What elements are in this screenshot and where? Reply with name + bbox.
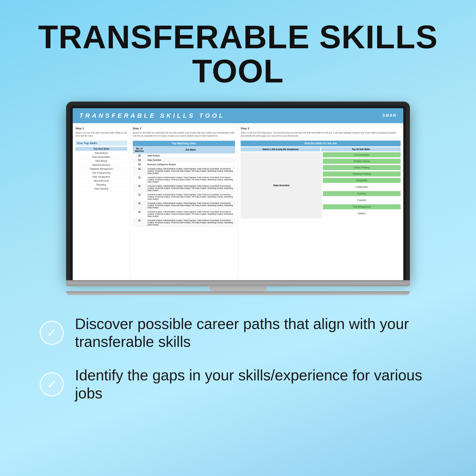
step2-label: Step 2 [133, 127, 235, 130]
table-row: 11 Actuarial Analyst, Administrative Ana… [133, 167, 235, 175]
selected-job-cell[interactable]: Data Scientist [241, 152, 322, 218]
col3-content: Data Scientist Communication Problem Sol… [241, 152, 401, 218]
screen-header-badge: SMAR [382, 113, 397, 118]
skill-row: Data Interpretation [75, 155, 127, 159]
laptop-stand [209, 286, 267, 291]
job-name-header: Job Name [146, 146, 235, 153]
step1-description: Select your top soft skills and hard ski… [75, 131, 127, 137]
col3-subheader: Select a Job (using the dropdown) Top 10… [241, 147, 401, 151]
skill-row: Data Visualization [75, 175, 127, 179]
skill-creativity: Creativity [323, 197, 401, 203]
table-row: 13 Data Scientist [133, 158, 235, 162]
bottom-section: ✓ Discover possible career paths that al… [0, 295, 476, 431]
table-row: 11 Actuarial Analyst, Administrative Ana… [133, 218, 235, 227]
table-row: 11 Actuarial Analyst, Administrative Ana… [133, 184, 235, 192]
bullet-item-2: ✓ Identify the gaps in your skills/exper… [40, 366, 436, 402]
screen-body: Step 1 Select your top soft skills and h… [73, 123, 403, 280]
no-of-matches-header: No. of Matches [133, 146, 146, 153]
skill-critical-thinking: Critical Thinking [323, 165, 401, 170]
skill-curiosity: Curiosity [323, 191, 401, 196]
top-hard-skills-header: Top Hard Skills [75, 147, 127, 151]
bullet-text-2: Identify the gaps in your skills/experie… [75, 366, 436, 402]
table-row: 11 Actuarial Analyst, Administrative Ana… [133, 210, 235, 218]
skill-adaptability: Adaptability [323, 178, 401, 183]
screen-header-title: TRANSFERABLE SKILLS TOOL [79, 112, 225, 119]
check-circle-1: ✓ [40, 321, 64, 345]
skill-row: Data Analysis [75, 151, 127, 155]
skill-row: Reporting [75, 183, 127, 187]
select-job-label: Select a Job (using the dropdown) [241, 147, 320, 151]
table-row: 12 Business Intelligence Analyst [133, 162, 235, 167]
top-10-soft-skills-label: Top 10 Soft Skills [321, 147, 401, 151]
skill-row: Data Cleaning [75, 187, 127, 191]
check-icon-1: ✓ [47, 326, 57, 340]
skill-analytical-thinking: Analytical Thinking [323, 171, 401, 176]
skill-initiative: Initiative [323, 211, 401, 216]
bullet-text-1: Discover possible career paths that alig… [75, 315, 436, 351]
table-row: 11 Actuarial Analyst, Administrative Ana… [133, 175, 235, 184]
step3-label: Step 3 [241, 127, 401, 130]
skill-row: SQL Programming [75, 171, 127, 175]
laptop-body: TRANSFERABLE SKILLS TOOL SMAR Step 1 Sel… [66, 102, 410, 280]
laptop-foot [66, 291, 410, 295]
laptop-container: TRANSFERABLE SKILLS TOOL SMAR Step 1 Sel… [66, 102, 410, 295]
skill-row: Statistical Analysis [75, 163, 127, 167]
skill-row: Data Mining [75, 159, 127, 163]
column-1-top-skills: Step 1 Select your top soft skills and h… [73, 123, 130, 280]
skill-communication: Communication [323, 152, 401, 157]
table-row: 11 Actuarial Analyst, Administrative Ana… [133, 201, 235, 210]
column-2-matching-jobs: Step 2 Based on the skills you selected,… [130, 123, 238, 280]
table-row: 20 Data Analyst [133, 153, 235, 158]
step3-description: Select a job from the drop-down. The too… [241, 131, 401, 137]
jobs-table: Top Matching Jobs No. of Matches Job Nam… [133, 141, 235, 227]
laptop-screen: TRANSFERABLE SKILLS TOOL SMAR Step 1 Sel… [73, 108, 403, 280]
find-skills-header: Find the Skills for the Job [241, 141, 401, 146]
check-icon-2: ✓ [47, 377, 57, 391]
table-row: 11 Actuarial Analyst, Administrative Ana… [133, 192, 235, 201]
step2-description: Based on the skills you selected, the to… [133, 131, 235, 137]
page-title: TRANSFERABLE SKILLS TOOL [0, 0, 476, 88]
bullet-item-1: ✓ Discover possible career paths that al… [40, 315, 436, 351]
screen-header: TRANSFERABLE SKILLS TOOL SMAR [73, 108, 403, 123]
step1-label: Step 1 [75, 127, 127, 130]
skill-row: Microsoft Excel [75, 179, 127, 183]
skill-time-management: Time Management [323, 204, 401, 209]
skill-row: Database Management [75, 167, 127, 171]
skill-collaboration: Collaboration [323, 184, 401, 190]
column-3-find-skills: Step 3 Select a job from the drop-down. … [238, 123, 403, 280]
soft-skills-list: Communication Problem Solving Critical T… [323, 152, 401, 218]
check-circle-2: ✓ [40, 372, 64, 396]
laptop-mockup: TRANSFERABLE SKILLS TOOL SMAR Step 1 Sel… [0, 102, 476, 295]
laptop-bezel: TRANSFERABLE SKILLS TOOL SMAR Step 1 Sel… [70, 105, 406, 280]
skill-problem-solving: Problem Solving [323, 159, 401, 164]
your-top-skills-title: Your Top Skills [75, 141, 127, 146]
top-matching-jobs-header: Top Matching Jobs [133, 141, 235, 146]
laptop-base [66, 280, 410, 286]
